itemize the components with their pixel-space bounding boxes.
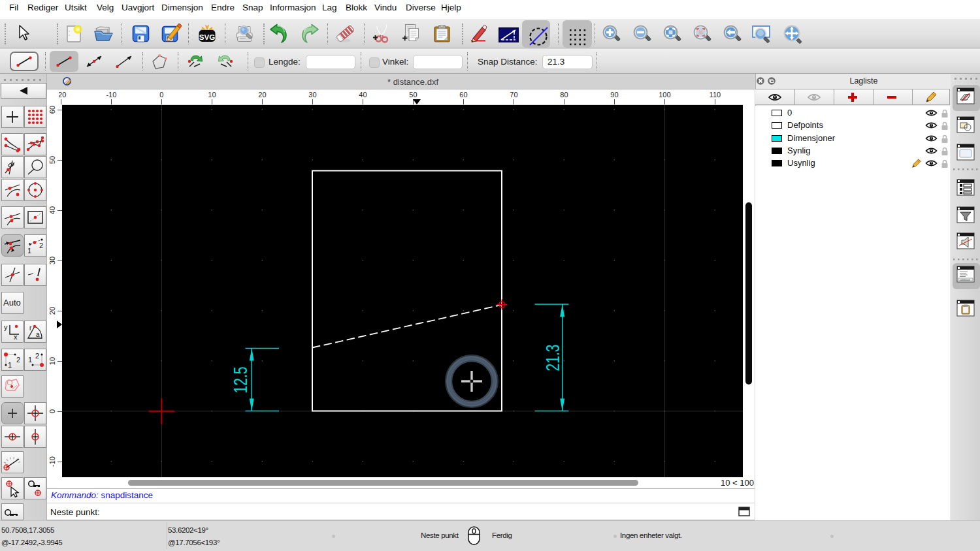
svg-text:a: a (36, 331, 40, 338)
svg-text:21.3: 21.3 (542, 345, 563, 371)
svg-text:y: y (4, 323, 8, 331)
svg-text:2: 2 (35, 352, 39, 360)
svg-text:12.5: 12.5 (229, 367, 251, 394)
svg-text:1: 1 (27, 247, 31, 255)
svg-text:command: command (960, 279, 970, 281)
svg-text:2: 2 (39, 242, 43, 249)
svg-text:r: r (29, 324, 32, 332)
svg-text:SVG: SVG (199, 33, 215, 41)
svg-text:1: 1 (28, 356, 32, 364)
svg-text:1: 1 (8, 361, 12, 369)
svg-text:2: 2 (16, 356, 20, 364)
svg-text:x: x (14, 333, 18, 341)
